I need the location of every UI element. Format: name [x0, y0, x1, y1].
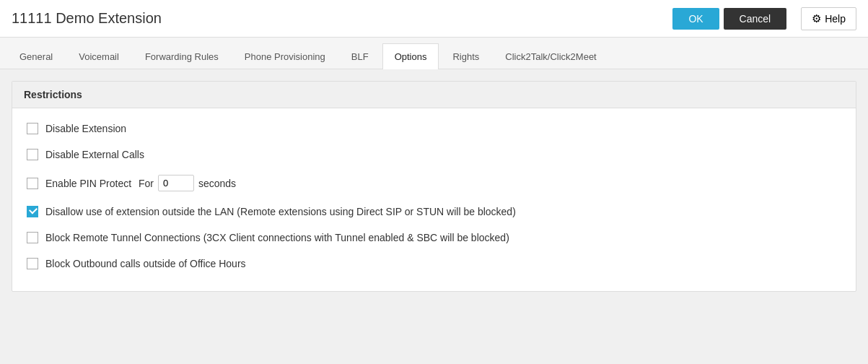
restriction-text-enable-pin-protect: Enable PIN Protect — [45, 178, 131, 189]
seconds-label: seconds — [198, 178, 236, 189]
page-title: 11111 Demo Extension — [12, 10, 672, 27]
restriction-text-block-remote-tunnel: Block Remote Tunnel Connections (3CX Cli… — [45, 232, 509, 243]
tab-general[interactable]: General — [7, 43, 65, 69]
checkbox-enable-pin-protect[interactable] — [27, 178, 38, 189]
restriction-item-disallow-outside-lan: Disallow use of extension outside the LA… — [27, 199, 841, 225]
restriction-item-enable-pin-protect: Enable PIN Protect For seconds — [27, 168, 841, 199]
header-buttons: OK Cancel — [672, 8, 786, 30]
header-right: ⚙ Help — [801, 7, 856, 30]
restriction-item-block-remote-tunnel: Block Remote Tunnel Connections (3CX Cli… — [27, 225, 841, 251]
restrictions-header: Restrictions — [12, 82, 856, 108]
help-label: Help — [825, 13, 846, 25]
tab-options[interactable]: Options — [382, 43, 439, 69]
for-label: For — [136, 178, 154, 189]
checkbox-block-outbound-office-hours[interactable] — [27, 258, 38, 269]
restriction-label-block-outbound-office-hours[interactable]: Block Outbound calls outside of Office H… — [27, 258, 246, 269]
restriction-label-disable-external-calls[interactable]: Disable External Calls — [27, 149, 144, 160]
checkbox-disable-external-calls[interactable] — [27, 149, 38, 160]
restriction-text-disable-external-calls: Disable External Calls — [45, 149, 144, 160]
header: 11111 Demo Extension OK Cancel ⚙ Help — [0, 0, 868, 38]
restriction-label-disable-extension[interactable]: Disable Extension — [27, 123, 126, 134]
restriction-item-block-outbound-office-hours: Block Outbound calls outside of Office H… — [27, 251, 841, 277]
cancel-button[interactable]: Cancel — [724, 8, 787, 30]
pin-seconds-input[interactable] — [158, 175, 194, 191]
tabs-bar: GeneralVoicemailForwarding RulesPhone Pr… — [0, 38, 868, 69]
tab-forwarding-rules[interactable]: Forwarding Rules — [133, 43, 231, 69]
tab-phone-provisioning[interactable]: Phone Provisioning — [232, 43, 338, 69]
restriction-label-disallow-outside-lan[interactable]: Disallow use of extension outside the LA… — [27, 206, 516, 217]
tab-rights[interactable]: Rights — [440, 43, 491, 69]
restriction-text-disable-extension: Disable Extension — [45, 123, 126, 134]
ok-button[interactable]: OK — [672, 8, 719, 30]
restriction-text-block-outbound-office-hours: Block Outbound calls outside of Office H… — [45, 258, 246, 269]
restriction-item-disable-external-calls: Disable External Calls — [27, 142, 841, 168]
checkbox-disallow-outside-lan[interactable] — [27, 206, 38, 217]
help-button[interactable]: ⚙ Help — [801, 7, 856, 30]
tab-click2talk[interactable]: Click2Talk/Click2Meet — [493, 43, 608, 69]
main-content: Restrictions Disable Extension Disable E… — [0, 69, 868, 303]
tab-voicemail[interactable]: Voicemail — [66, 43, 131, 69]
restrictions-box: Restrictions Disable Extension Disable E… — [12, 81, 856, 292]
restriction-label-enable-pin-protect[interactable]: Enable PIN Protect — [27, 178, 131, 189]
checkbox-block-remote-tunnel[interactable] — [27, 232, 38, 243]
checkbox-disable-extension[interactable] — [27, 123, 38, 134]
gear-icon: ⚙ — [812, 12, 821, 25]
restriction-item-disable-extension: Disable Extension — [27, 116, 841, 142]
restriction-text-disallow-outside-lan: Disallow use of extension outside the LA… — [45, 206, 516, 217]
tab-blf[interactable]: BLF — [339, 43, 381, 69]
restriction-label-block-remote-tunnel[interactable]: Block Remote Tunnel Connections (3CX Cli… — [27, 232, 509, 243]
restrictions-body: Disable Extension Disable External Calls… — [12, 108, 856, 291]
